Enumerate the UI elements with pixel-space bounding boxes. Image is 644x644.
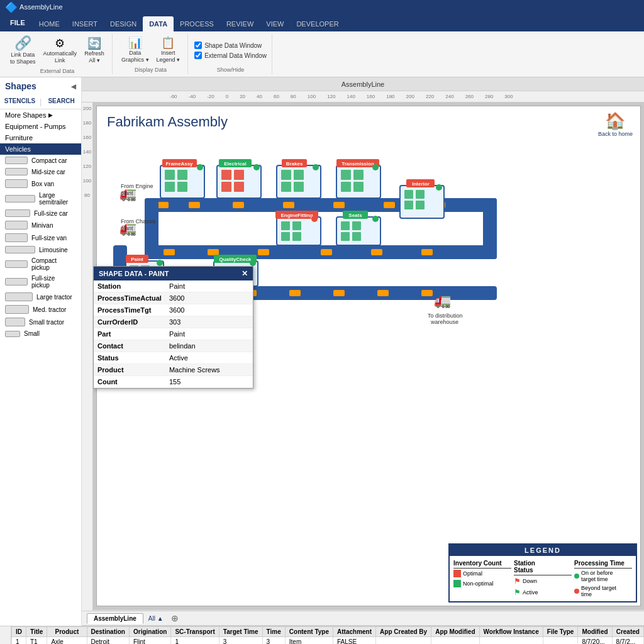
- status-dot-interior: [436, 184, 442, 191]
- tab-home[interactable]: HOME: [33, 16, 66, 31]
- cell-modified: 8/7/20...: [578, 637, 612, 645]
- legend-col-inventory: Inventory Count Optimal Non-optimal: [453, 560, 511, 597]
- legend-dot-ontime: [574, 574, 579, 579]
- shape-fullsize-van[interactable]: Full-size van: [0, 231, 81, 244]
- sidebar-title: Shapes: [5, 81, 36, 91]
- legend-item-beyond: Beyond targettime: [574, 585, 632, 597]
- shape-box-van[interactable]: Box van: [0, 177, 81, 190]
- tab-data[interactable]: DATA: [143, 16, 174, 31]
- sidebar-item-vehicles[interactable]: Vehicles: [0, 143, 81, 155]
- refresh-label: RefreshAll ▾: [84, 50, 104, 64]
- cell-app-modified: [431, 637, 479, 645]
- legend-label-active: Active: [523, 589, 538, 596]
- sidebar-item-more-shapes[interactable]: More Shapes ▶: [0, 109, 81, 121]
- sidebar-collapse-btn[interactable]: ◀: [71, 83, 76, 90]
- status-dot-engine: [311, 216, 318, 222]
- shape-label: Compact car: [31, 157, 67, 164]
- station-box: [341, 170, 351, 180]
- shape-fullsize-pickup[interactable]: Full-sizepickup: [0, 273, 81, 291]
- shape-label: Med. tractor: [33, 306, 66, 313]
- shape-limousine[interactable]: Limousine: [0, 244, 81, 255]
- auto-link-button[interactable]: ⚙ AutomaticallyLink: [41, 36, 80, 65]
- shape-data-window-checkbox-label[interactable]: Shape Data Window: [194, 42, 267, 49]
- station-box-red: [234, 182, 244, 192]
- shape-data-scroll[interactable]: Station Paint ProcessTimeActual 3600 Pro…: [94, 280, 253, 388]
- window-title: AssemblyLine: [19, 3, 62, 11]
- station-box: [294, 182, 304, 192]
- external-data-window-checkbox-label[interactable]: External Data Window: [194, 52, 267, 59]
- cell-dest: Detroit: [87, 637, 130, 645]
- data-table-scroll[interactable]: ID Title Product Destination Origination…: [11, 626, 644, 644]
- col-id: ID: [12, 627, 26, 637]
- tab-assemblyline[interactable]: AssemblyLine: [87, 613, 143, 624]
- ruler-tick: 200: [406, 94, 414, 99]
- shape-small[interactable]: Small: [0, 328, 81, 339]
- data-graphics-button[interactable]: 📊 DataGraphics ▾: [119, 36, 152, 65]
- shape-icon-fullsize-van: [5, 233, 28, 242]
- cell-product: Axle: [47, 637, 87, 645]
- conv-item: [157, 202, 169, 208]
- tab-process[interactable]: PROCESS: [174, 16, 220, 31]
- shape-data-close-btn[interactable]: ✕: [242, 269, 248, 278]
- link-data-button[interactable]: 🔗 Link Datato Shapes: [8, 35, 38, 67]
- tab-developer[interactable]: DEVELOPER: [290, 16, 345, 31]
- back-home-button[interactable]: 🏠 Back to home: [598, 111, 633, 137]
- sidebar-item-furniture[interactable]: Furniture: [0, 132, 81, 143]
- sidebar-item-equipment[interactable]: Equipment - Pumps: [0, 121, 81, 132]
- canvas-titlebar: AssemblyLine: [82, 77, 644, 91]
- tab-design[interactable]: DESIGN: [104, 16, 143, 31]
- tab-stencils[interactable]: STENCILS: [0, 95, 40, 109]
- h-scrollbar[interactable]: [93, 609, 644, 611]
- shape-compact-car[interactable]: Compact car: [0, 155, 81, 166]
- shape-midsize-car[interactable]: Mid-size car: [0, 166, 81, 177]
- ruler-tick: 20: [240, 94, 245, 99]
- field-label: ProcessTimeActual: [94, 292, 165, 304]
- shape-compact-pickup[interactable]: Compactpickup: [0, 255, 81, 273]
- station-label-text: Electrical: [224, 161, 247, 167]
- shape-fullsize-car[interactable]: Full-size car: [0, 208, 81, 219]
- external-data-window-checkbox[interactable]: [194, 52, 202, 59]
- field-label: CurrOrderID: [94, 316, 165, 328]
- station-label-text: Paint: [131, 257, 143, 262]
- legend-grid: Inventory Count Optimal Non-optimal: [450, 556, 636, 601]
- status-dot-quality: [250, 260, 256, 266]
- cell-filetype: [543, 637, 578, 645]
- tab-view[interactable]: VIEW: [260, 16, 290, 31]
- shape-med-tractor[interactable]: Med. tractor: [0, 303, 81, 316]
- shape-data-header: SHAPE DATA - PAINT ✕: [94, 267, 253, 280]
- tab-search[interactable]: SEARCH: [42, 95, 81, 109]
- station-box: [416, 190, 425, 199]
- shape-large-semitrailer[interactable]: Largesemitrailer: [0, 190, 81, 208]
- refresh-button[interactable]: 🔄 RefreshAll ▾: [82, 36, 107, 65]
- ruler-tick: 140: [347, 94, 355, 99]
- field-label: Station: [94, 280, 165, 292]
- shape-data-title: SHAPE DATA - PAINT: [99, 270, 169, 277]
- shape-small-tractor[interactable]: Small tractor: [0, 316, 81, 328]
- insert-legend-button[interactable]: 📋 InsertLegend ▾: [154, 36, 183, 65]
- station-box: [281, 182, 291, 192]
- canvas-scroll[interactable]: Fabrikam Assembly 🏠 Back to home: [93, 103, 644, 611]
- truck-to-distribution: 🚛: [434, 292, 452, 309]
- shape-large-tractor[interactable]: Large tractor: [0, 291, 81, 303]
- tab-review[interactable]: REVIEW: [220, 16, 260, 31]
- col-workflow: Workflow Instance: [479, 627, 543, 637]
- shape-data-window-checkbox[interactable]: [194, 42, 202, 49]
- cell-time: 3: [262, 637, 285, 645]
- field-value: 155: [165, 376, 253, 388]
- conv-item: [333, 202, 345, 208]
- cell-content: Item: [285, 637, 333, 645]
- station-box: [281, 221, 290, 230]
- tab-all[interactable]: All ▲: [145, 614, 167, 623]
- tab-add-btn[interactable]: ⊕: [169, 613, 181, 623]
- station-box: [353, 182, 364, 192]
- legend-box: LEGEND Inventory Count Optimal: [448, 543, 637, 602]
- shape-minivan[interactable]: Minivan: [0, 219, 81, 231]
- shape-data-row-product: Product Machine Screws: [94, 364, 253, 376]
- table-row[interactable]: 1 T1 Axle Detroit Flint 1 3 3 Item FALSE: [12, 637, 644, 645]
- shape-data-row-tgt: ProcessTimeTgt 3600: [94, 304, 253, 316]
- tab-insert[interactable]: INSERT: [66, 16, 104, 31]
- shape-label: Box van: [31, 180, 54, 187]
- file-tab[interactable]: FILE: [3, 14, 33, 31]
- legend-sq-nonoptimal: [453, 580, 461, 587]
- ruler-tick: 120: [327, 94, 335, 99]
